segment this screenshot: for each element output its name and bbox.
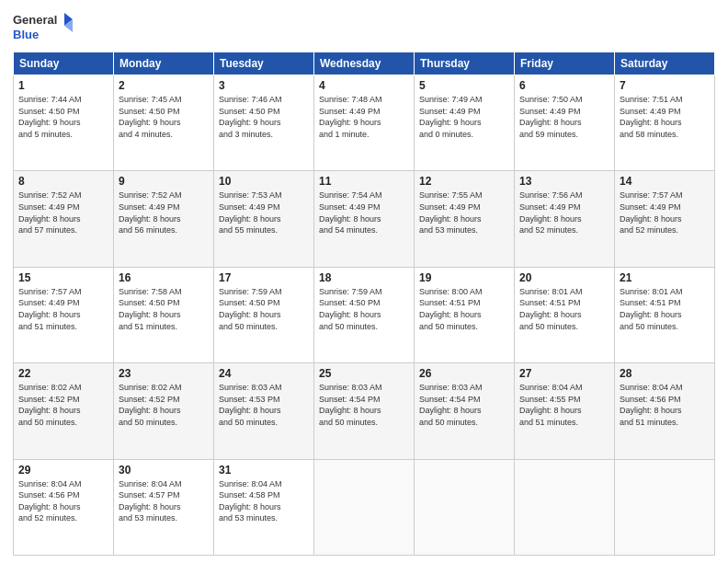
day-info: Sunrise: 7:53 AM Sunset: 4:49 PM Dayligh… bbox=[219, 190, 309, 236]
day-cell: 11Sunrise: 7:54 AM Sunset: 4:49 PM Dayli… bbox=[314, 171, 415, 267]
day-number: 12 bbox=[419, 175, 509, 188]
day-cell: 26Sunrise: 8:03 AM Sunset: 4:54 PM Dayli… bbox=[415, 363, 515, 459]
day-cell: 28Sunrise: 8:04 AM Sunset: 4:56 PM Dayli… bbox=[615, 363, 715, 459]
day-number: 19 bbox=[419, 271, 509, 284]
day-cell: 4Sunrise: 7:48 AM Sunset: 4:49 PM Daylig… bbox=[314, 75, 415, 171]
day-number: 18 bbox=[319, 271, 409, 284]
day-cell: 23Sunrise: 8:02 AM Sunset: 4:52 PM Dayli… bbox=[114, 363, 214, 459]
day-number: 27 bbox=[519, 367, 609, 380]
day-info: Sunrise: 7:50 AM Sunset: 4:49 PM Dayligh… bbox=[519, 94, 609, 140]
day-number: 28 bbox=[620, 367, 710, 380]
week-row-5: 29Sunrise: 8:04 AM Sunset: 4:56 PM Dayli… bbox=[14, 459, 715, 555]
day-info: Sunrise: 7:58 AM Sunset: 4:50 PM Dayligh… bbox=[119, 286, 209, 332]
day-cell: 6Sunrise: 7:50 AM Sunset: 4:49 PM Daylig… bbox=[515, 75, 615, 171]
day-cell: 24Sunrise: 8:03 AM Sunset: 4:53 PM Dayli… bbox=[214, 363, 314, 459]
day-cell bbox=[615, 459, 715, 555]
weekday-header-wednesday: Wednesday bbox=[314, 52, 415, 75]
day-info: Sunrise: 8:03 AM Sunset: 4:54 PM Dayligh… bbox=[419, 382, 509, 428]
day-info: Sunrise: 7:51 AM Sunset: 4:49 PM Dayligh… bbox=[620, 94, 710, 140]
day-info: Sunrise: 8:04 AM Sunset: 4:57 PM Dayligh… bbox=[119, 478, 209, 524]
day-number: 11 bbox=[319, 175, 409, 188]
day-cell: 30Sunrise: 8:04 AM Sunset: 4:57 PM Dayli… bbox=[114, 459, 214, 555]
day-number: 5 bbox=[419, 79, 509, 92]
day-cell: 18Sunrise: 7:59 AM Sunset: 4:50 PM Dayli… bbox=[314, 267, 415, 362]
day-info: Sunrise: 8:01 AM Sunset: 4:51 PM Dayligh… bbox=[620, 286, 710, 332]
day-cell: 2Sunrise: 7:45 AM Sunset: 4:50 PM Daylig… bbox=[114, 75, 214, 171]
day-number: 8 bbox=[18, 175, 108, 188]
day-number: 1 bbox=[18, 79, 108, 92]
day-cell: 20Sunrise: 8:01 AM Sunset: 4:51 PM Dayli… bbox=[515, 267, 615, 362]
day-info: Sunrise: 7:54 AM Sunset: 4:49 PM Dayligh… bbox=[319, 190, 409, 236]
day-info: Sunrise: 8:04 AM Sunset: 4:55 PM Dayligh… bbox=[519, 382, 609, 428]
weekday-header-saturday: Saturday bbox=[615, 52, 715, 75]
day-cell: 5Sunrise: 7:49 AM Sunset: 4:49 PM Daylig… bbox=[415, 75, 515, 171]
day-info: Sunrise: 8:02 AM Sunset: 4:52 PM Dayligh… bbox=[119, 382, 209, 428]
week-row-4: 22Sunrise: 8:02 AM Sunset: 4:52 PM Dayli… bbox=[14, 363, 715, 459]
day-cell: 31Sunrise: 8:04 AM Sunset: 4:58 PM Dayli… bbox=[214, 459, 314, 555]
week-row-1: 1Sunrise: 7:44 AM Sunset: 4:50 PM Daylig… bbox=[14, 75, 715, 171]
day-number: 30 bbox=[119, 464, 209, 477]
day-info: Sunrise: 8:03 AM Sunset: 4:54 PM Dayligh… bbox=[319, 382, 409, 428]
day-info: Sunrise: 8:02 AM Sunset: 4:52 PM Dayligh… bbox=[18, 382, 108, 428]
day-number: 9 bbox=[119, 175, 209, 188]
day-cell: 17Sunrise: 7:59 AM Sunset: 4:50 PM Dayli… bbox=[214, 267, 314, 362]
day-number: 15 bbox=[18, 271, 108, 284]
calendar-container: GeneralBlue SundayMondayTuesdayWednesday… bbox=[0, 0, 728, 563]
day-cell: 10Sunrise: 7:53 AM Sunset: 4:49 PM Dayli… bbox=[214, 171, 314, 267]
day-info: Sunrise: 8:04 AM Sunset: 4:56 PM Dayligh… bbox=[620, 382, 710, 428]
day-info: Sunrise: 8:04 AM Sunset: 4:56 PM Dayligh… bbox=[18, 478, 108, 524]
day-number: 14 bbox=[620, 175, 710, 188]
calendar-table: SundayMondayTuesdayWednesdayThursdayFrid… bbox=[13, 52, 715, 556]
day-info: Sunrise: 7:57 AM Sunset: 4:49 PM Dayligh… bbox=[18, 286, 108, 332]
day-info: Sunrise: 8:01 AM Sunset: 4:51 PM Dayligh… bbox=[519, 286, 609, 332]
weekday-header-friday: Friday bbox=[515, 52, 615, 75]
day-info: Sunrise: 7:57 AM Sunset: 4:49 PM Dayligh… bbox=[620, 190, 710, 236]
day-cell: 1Sunrise: 7:44 AM Sunset: 4:50 PM Daylig… bbox=[14, 75, 114, 171]
day-number: 6 bbox=[519, 79, 609, 92]
day-info: Sunrise: 7:48 AM Sunset: 4:49 PM Dayligh… bbox=[319, 94, 409, 140]
day-cell: 16Sunrise: 7:58 AM Sunset: 4:50 PM Dayli… bbox=[114, 267, 214, 362]
day-number: 23 bbox=[119, 367, 209, 380]
day-cell: 9Sunrise: 7:52 AM Sunset: 4:49 PM Daylig… bbox=[114, 171, 214, 267]
day-cell bbox=[314, 459, 415, 555]
day-info: Sunrise: 7:56 AM Sunset: 4:49 PM Dayligh… bbox=[519, 190, 609, 236]
day-number: 22 bbox=[18, 367, 108, 380]
day-cell: 7Sunrise: 7:51 AM Sunset: 4:49 PM Daylig… bbox=[615, 75, 715, 171]
day-cell bbox=[515, 459, 615, 555]
day-info: Sunrise: 7:45 AM Sunset: 4:50 PM Dayligh… bbox=[119, 94, 209, 140]
day-cell: 25Sunrise: 8:03 AM Sunset: 4:54 PM Dayli… bbox=[314, 363, 415, 459]
day-info: Sunrise: 8:00 AM Sunset: 4:51 PM Dayligh… bbox=[419, 286, 509, 332]
day-info: Sunrise: 7:52 AM Sunset: 4:49 PM Dayligh… bbox=[18, 190, 108, 236]
day-number: 13 bbox=[519, 175, 609, 188]
week-row-3: 15Sunrise: 7:57 AM Sunset: 4:49 PM Dayli… bbox=[14, 267, 715, 362]
day-cell: 19Sunrise: 8:00 AM Sunset: 4:51 PM Dayli… bbox=[415, 267, 515, 362]
weekday-header-thursday: Thursday bbox=[415, 52, 515, 75]
day-cell: 8Sunrise: 7:52 AM Sunset: 4:49 PM Daylig… bbox=[14, 171, 114, 267]
day-cell: 12Sunrise: 7:55 AM Sunset: 4:49 PM Dayli… bbox=[415, 171, 515, 267]
day-number: 26 bbox=[419, 367, 509, 380]
weekday-header-row: SundayMondayTuesdayWednesdayThursdayFrid… bbox=[14, 52, 715, 75]
day-info: Sunrise: 8:04 AM Sunset: 4:58 PM Dayligh… bbox=[219, 478, 309, 524]
day-number: 3 bbox=[219, 79, 309, 92]
day-number: 2 bbox=[119, 79, 209, 92]
day-info: Sunrise: 7:49 AM Sunset: 4:49 PM Dayligh… bbox=[419, 94, 509, 140]
day-info: Sunrise: 7:44 AM Sunset: 4:50 PM Dayligh… bbox=[18, 94, 108, 140]
day-info: Sunrise: 7:52 AM Sunset: 4:49 PM Dayligh… bbox=[119, 190, 209, 236]
day-cell: 3Sunrise: 7:46 AM Sunset: 4:50 PM Daylig… bbox=[214, 75, 314, 171]
week-row-2: 8Sunrise: 7:52 AM Sunset: 4:49 PM Daylig… bbox=[14, 171, 715, 267]
day-number: 31 bbox=[219, 464, 309, 477]
day-info: Sunrise: 7:55 AM Sunset: 4:49 PM Dayligh… bbox=[419, 190, 509, 236]
day-number: 4 bbox=[319, 79, 409, 92]
day-info: Sunrise: 7:59 AM Sunset: 4:50 PM Dayligh… bbox=[219, 286, 309, 332]
day-info: Sunrise: 7:46 AM Sunset: 4:50 PM Dayligh… bbox=[219, 94, 309, 140]
header: GeneralBlue bbox=[13, 11, 715, 44]
day-number: 16 bbox=[119, 271, 209, 284]
svg-text:General: General bbox=[13, 13, 57, 27]
day-number: 24 bbox=[219, 367, 309, 380]
day-info: Sunrise: 8:03 AM Sunset: 4:53 PM Dayligh… bbox=[219, 382, 309, 428]
day-number: 25 bbox=[319, 367, 409, 380]
day-number: 21 bbox=[620, 271, 710, 284]
day-cell: 29Sunrise: 8:04 AM Sunset: 4:56 PM Dayli… bbox=[14, 459, 114, 555]
weekday-header-monday: Monday bbox=[114, 52, 214, 75]
weekday-header-sunday: Sunday bbox=[14, 52, 114, 75]
